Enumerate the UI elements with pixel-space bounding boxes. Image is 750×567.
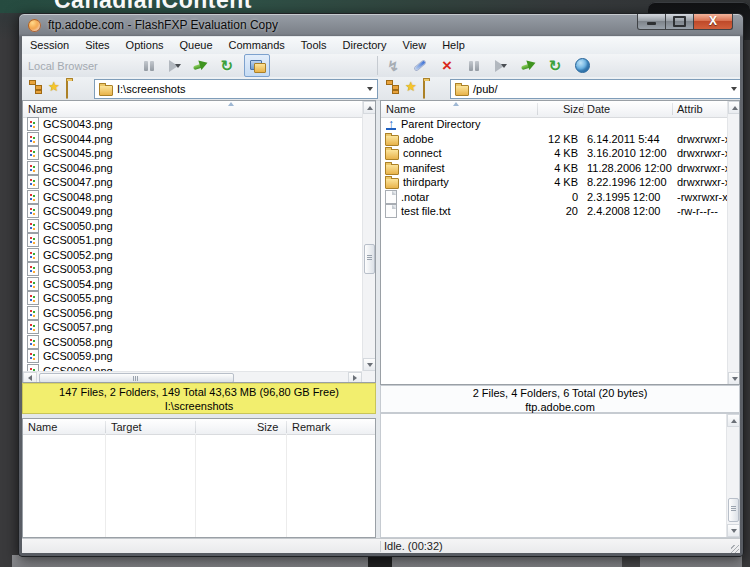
- maximize-button[interactable]: [666, 14, 693, 30]
- local-file-row[interactable]: GCS0043.png: [23, 117, 362, 132]
- local-file-row[interactable]: GCS0058.png: [23, 335, 362, 350]
- remote-path-combobox[interactable]: /pub/: [450, 79, 740, 99]
- remote-file-row[interactable]: thirdparty 4 KB 8.22.1996 12:00 drwxrwxr…: [381, 175, 727, 190]
- local-file-row[interactable]: GCS0044.png: [23, 132, 362, 147]
- local-file-row[interactable]: GCS0056.png: [23, 306, 362, 321]
- local-path-dropdown[interactable]: [362, 80, 377, 98]
- remote-column-name[interactable]: Name: [386, 103, 415, 115]
- row-icon: [385, 149, 399, 160]
- remote-scroll-up-button[interactable]: [728, 101, 740, 114]
- tree-view-icon[interactable]: [29, 80, 42, 93]
- folder-up-icon[interactable]: [66, 81, 80, 92]
- local-path-combobox[interactable]: I:\screenshots: [94, 79, 378, 99]
- local-vscroll-thumb[interactable]: [364, 244, 375, 274]
- remote-file-row[interactable]: connect 4 KB 3.16.2010 12:00 drwxrwxr-x: [381, 146, 727, 161]
- queue-header[interactable]: Name Target Size Remark: [23, 419, 375, 435]
- local-file-row[interactable]: GCS0057.png: [23, 320, 362, 335]
- pause-icon[interactable]: [140, 57, 158, 75]
- favorites-icon[interactable]: ★: [48, 80, 60, 93]
- tree-view-icon-remote[interactable]: [386, 80, 399, 93]
- go-icon[interactable]: [192, 57, 210, 75]
- local-file-row[interactable]: GCS0051.png: [23, 233, 362, 248]
- menu-item[interactable]: Sites: [77, 37, 117, 54]
- log-scroll-up-button[interactable]: [727, 414, 740, 427]
- remote-column-attrib[interactable]: Attrib: [677, 103, 703, 115]
- disconnect-icon[interactable]: ×: [438, 57, 456, 75]
- local-file-row[interactable]: GCS0049.png: [23, 204, 362, 219]
- local-file-row[interactable]: GCS0055.png: [23, 291, 362, 306]
- queue-column-size[interactable]: Size: [257, 421, 278, 433]
- local-file-row[interactable]: GCS0047.png: [23, 175, 362, 190]
- local-file-row[interactable]: GCS0050.png: [23, 219, 362, 234]
- log-scroll-down-button[interactable]: [727, 524, 740, 537]
- folder-view-button[interactable]: [244, 54, 270, 77]
- titlebar[interactable]: ftp.adobe.com - FlashFXP Evaluation Copy…: [19, 14, 743, 36]
- queue-column-remark[interactable]: Remark: [292, 421, 331, 433]
- queue-gridline-3: [286, 434, 287, 537]
- png-file-icon: [27, 132, 39, 146]
- remote-file-row[interactable]: adobe 12 KB 6.14.2011 5:44 drwxrwxr-x: [381, 132, 727, 147]
- remote-vertical-scrollbar[interactable]: [727, 101, 740, 385]
- row-date: 2.4.2008 12:00: [584, 205, 673, 217]
- remote-list-header[interactable]: Name Size Date Attrib: [381, 101, 739, 118]
- row-size: 20: [538, 205, 584, 217]
- remote-column-size[interactable]: Size: [563, 103, 579, 115]
- local-file-row[interactable]: GCS0060.png: [23, 364, 362, 372]
- local-vertical-scrollbar[interactable]: [362, 101, 375, 371]
- png-file-icon: [27, 364, 39, 371]
- menu-item[interactable]: Commands: [221, 37, 293, 54]
- remote-file-row[interactable]: ↑Parent Directory: [381, 117, 727, 132]
- remote-file-row[interactable]: .notar 0 2.3.1995 12:00 -rwxrwxr-x: [381, 190, 727, 205]
- local-file-row[interactable]: GCS0045.png: [23, 146, 362, 161]
- local-file-row[interactable]: GCS0052.png: [23, 248, 362, 263]
- local-list-header[interactable]: Name: [23, 101, 375, 118]
- menu-item[interactable]: Queue: [172, 37, 221, 54]
- remote-scroll-down-button[interactable]: [728, 372, 740, 385]
- refresh-icon-remote[interactable]: ↻: [546, 57, 564, 75]
- local-hscroll-thumb[interactable]: [39, 373, 234, 383]
- scroll-down-button[interactable]: [363, 358, 376, 371]
- local-horizontal-scrollbar[interactable]: [23, 371, 362, 383]
- remote-rows: ↑Parent Directory adobe 12 KB 6.14.2011 …: [381, 117, 727, 385]
- remote-file-row[interactable]: manifest 4 KB 11.28.2006 12:00 drwxrwxr-…: [381, 161, 727, 176]
- menu-item[interactable]: Session: [22, 37, 77, 54]
- scroll-left-button[interactable]: [23, 372, 37, 383]
- connect-icon[interactable]: [411, 57, 429, 75]
- queue-column-name[interactable]: Name: [28, 421, 57, 433]
- flashfxp-window: ftp.adobe.com - FlashFXP Evaluation Copy…: [18, 13, 744, 557]
- local-file-row[interactable]: GCS0046.png: [23, 161, 362, 176]
- scroll-up-button[interactable]: [363, 101, 376, 114]
- local-column-name[interactable]: Name: [28, 103, 57, 115]
- menu-item[interactable]: Options: [118, 37, 172, 54]
- globe-icon[interactable]: [573, 57, 591, 75]
- favorites-icon-remote[interactable]: ★: [405, 80, 417, 93]
- local-file-row[interactable]: GCS0054.png: [23, 277, 362, 292]
- scroll-right-button[interactable]: [348, 372, 362, 383]
- menu-item[interactable]: Help: [434, 37, 473, 54]
- transfer-queue-icon[interactable]: [166, 57, 184, 75]
- minimize-button[interactable]: [637, 14, 666, 30]
- go-icon-remote[interactable]: [519, 57, 537, 75]
- queue-column-target[interactable]: Target: [111, 421, 142, 433]
- folder-up-icon-remote[interactable]: [423, 81, 437, 92]
- remote-file-row[interactable]: test file.txt 20 2.4.2008 12:00 -rw-r--r…: [381, 204, 727, 219]
- pause-icon-remote[interactable]: [465, 57, 483, 75]
- log-vscroll-thumb[interactable]: [728, 498, 739, 522]
- local-file-row[interactable]: GCS0053.png: [23, 262, 362, 277]
- remote-path-dropdown[interactable]: [726, 80, 740, 98]
- local-file-row[interactable]: GCS0059.png: [23, 349, 362, 364]
- menu-item[interactable]: Tools: [293, 37, 335, 54]
- close-button[interactable]: X: [693, 14, 733, 30]
- local-file-row[interactable]: GCS0048.png: [23, 190, 362, 205]
- refresh-icon[interactable]: ↻: [218, 57, 236, 75]
- file-name: GCS0050.png: [43, 220, 113, 232]
- status-bar: Idle. (00:32): [22, 538, 740, 553]
- transfer-queue-icon-remote[interactable]: [492, 57, 510, 75]
- remote-column-date[interactable]: Date: [587, 103, 610, 115]
- quick-connect-icon[interactable]: ↯: [384, 57, 402, 75]
- local-path-icons: ★: [29, 80, 80, 93]
- resize-grip[interactable]: [731, 545, 739, 553]
- menu-item[interactable]: Directory: [335, 37, 395, 54]
- menu-item[interactable]: View: [395, 37, 435, 54]
- log-vertical-scrollbar[interactable]: [726, 414, 739, 537]
